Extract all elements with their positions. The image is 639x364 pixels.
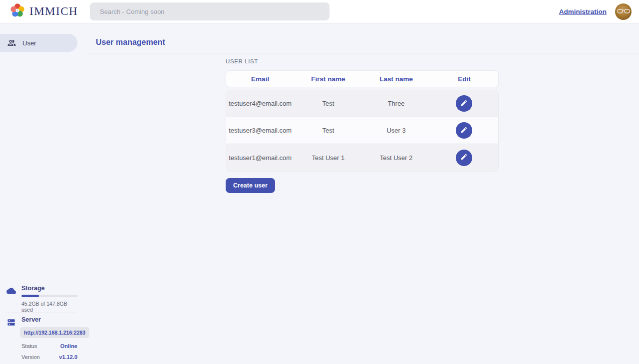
edit-user-button[interactable] [456,122,472,139]
cell-email: testuser3@email.com [226,127,294,134]
search-bar[interactable] [90,2,329,20]
cell-edit [430,122,498,139]
title-divider [85,53,639,53]
sidebar-item-label: User [22,39,36,47]
edit-user-button[interactable] [456,95,472,112]
cell-email: testuser4@email.com [226,100,294,107]
pencil-icon [460,126,468,135]
top-navbar: IMMICH Administration [0,0,639,23]
column-header-edit: Edit [430,75,498,83]
cell-email: testuser1@email.com [226,154,294,162]
cell-last-name: Three [362,100,430,107]
brand-name: IMMICH [29,5,78,18]
status-value: Online [60,343,77,349]
user-avatar[interactable] [615,3,632,20]
column-header-first-name: First name [294,75,362,83]
sidebar-item-user[interactable]: User [0,34,77,52]
column-header-email: Email [226,75,294,83]
cell-last-name: Test User 2 [362,154,430,162]
cloud-icon [6,286,16,298]
immich-flower-icon [10,3,25,20]
topbar-right: Administration [559,3,639,20]
storage-usage-text: 45.2GB of 147.8GB used [21,301,77,313]
user-list-label: USER LIST [226,58,258,64]
cell-first-name: Test [294,100,362,107]
cell-first-name: Test [294,127,362,134]
footer-divider [6,313,77,313]
search-input[interactable] [100,8,320,15]
server-url: http://192.168.1.216:2283 [20,327,89,338]
cell-first-name: Test User 1 [294,154,362,162]
user-table-header: Email First name Last name Edit [226,70,499,87]
cell-last-name: User 3 [362,127,430,134]
storage-progress-bar [21,295,77,297]
server-status-row: Status Online [21,343,77,349]
server-icon [6,318,16,329]
storage-progress-fill [21,295,39,297]
cell-edit [430,95,498,112]
column-header-last-name: Last name [362,75,430,83]
version-value: v1.12.0 [59,354,77,360]
people-icon [7,38,16,48]
pencil-icon [460,153,468,162]
version-label: Version [21,354,40,360]
immich-logo[interactable]: IMMICH [0,3,85,20]
storage-title: Storage [21,285,77,292]
administration-link[interactable]: Administration [559,8,607,15]
pencil-icon [460,99,468,108]
server-title: Server [21,316,77,323]
status-label: Status [21,343,37,349]
server-widget: Server http://192.168.1.216:2283 Status … [0,316,85,360]
table-row: testuser4@email.com Test Three [226,90,498,117]
storage-widget: Storage 45.2GB of 147.8GB used [0,285,85,313]
edit-user-button[interactable] [456,150,472,166]
table-row: testuser1@email.com Test User 1 Test Use… [226,144,498,171]
page-title: User management [96,38,165,47]
user-table-body: testuser4@email.com Test Three testuser3… [226,90,499,172]
cell-edit [430,150,498,166]
create-user-button[interactable]: Create user [226,178,275,193]
table-row: testuser3@email.com Test User 3 [226,117,498,144]
server-version-row: Version v1.12.0 [21,354,77,360]
